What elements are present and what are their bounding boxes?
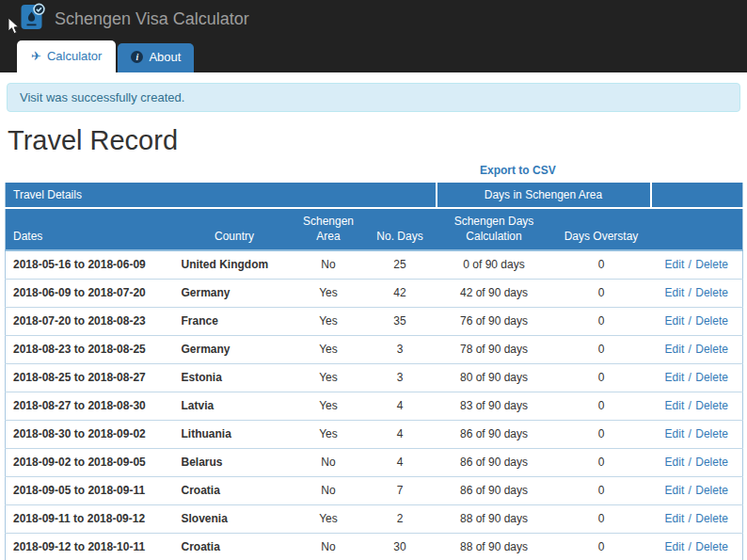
edit-link[interactable]: Edit — [665, 427, 685, 440]
cell-actions: Edit / Delete — [651, 449, 743, 477]
cell-actions: Edit / Delete — [651, 364, 743, 392]
cell-dates: 2018-08-30 to 2018-09-02 — [6, 421, 176, 449]
cell-actions: Edit / Delete — [651, 336, 743, 364]
edit-link[interactable]: Edit — [665, 399, 685, 412]
delete-link[interactable]: Delete — [695, 286, 728, 299]
edit-link[interactable]: Edit — [665, 540, 685, 553]
cell-schengen-days-calculation: 86 of 90 days — [437, 449, 552, 477]
cell-dates: 2018-08-25 to 2018-08-27 — [6, 364, 176, 392]
column-header-days-overstay: Days Overstay — [552, 208, 651, 250]
cell-schengen-days-calculation: 88 of 90 days — [437, 534, 552, 560]
cell-no-days: 25 — [364, 250, 437, 280]
delete-link[interactable]: Delete — [695, 314, 728, 328]
cell-actions: Edit / Delete — [651, 505, 743, 534]
cell-days-overstay: 0 — [552, 392, 651, 421]
mouse-cursor-icon — [8, 17, 20, 39]
action-separator: / — [688, 286, 696, 299]
delete-link[interactable]: Delete — [695, 371, 728, 384]
action-separator: / — [688, 484, 696, 497]
cell-days-overstay: 0 — [552, 421, 651, 449]
edit-link[interactable]: Edit — [665, 456, 685, 469]
table-row: 2018-09-05 to 2018-09-11 Croatia No 7 86… — [6, 477, 743, 505]
cell-no-days: 2 — [364, 505, 437, 534]
cell-days-overstay: 0 — [552, 477, 651, 505]
edit-link[interactable]: Edit — [665, 343, 685, 356]
cell-country: Belarus — [176, 449, 294, 477]
cell-schengen-days-calculation: 76 of 90 days — [437, 308, 552, 336]
navbar-brand[interactable]: Schengen Visa Calculator — [0, 3, 249, 35]
delete-link[interactable]: Delete — [695, 456, 728, 469]
app-title: Schengen Visa Calculator — [55, 9, 249, 29]
cell-dates: 2018-09-02 to 2018-09-05 — [6, 449, 176, 477]
cell-country: Latvia — [176, 392, 294, 421]
export-row: Export to CSV — [0, 164, 747, 181]
cell-days-overstay: 0 — [552, 308, 651, 336]
cell-dates: 2018-08-27 to 2018-08-30 — [6, 392, 176, 421]
cell-schengen-area: Yes — [294, 364, 364, 392]
edit-link[interactable]: Edit — [665, 286, 685, 299]
cell-days-overstay: 0 — [552, 534, 651, 560]
column-header-dates: Dates — [6, 208, 176, 250]
cell-schengen-area: Yes — [294, 308, 364, 336]
cell-days-overstay: 0 — [552, 250, 651, 280]
edit-link[interactable]: Edit — [665, 512, 685, 525]
edit-link[interactable]: Edit — [665, 314, 685, 328]
action-separator: / — [688, 456, 696, 469]
cell-dates: 2018-09-11 to 2018-09-12 — [6, 505, 176, 534]
tab-bar: ✈ Calculator i About — [0, 38, 747, 72]
delete-link[interactable]: Delete — [695, 512, 728, 525]
column-header-country: Country — [176, 208, 294, 250]
cell-actions: Edit / Delete — [651, 421, 743, 449]
delete-link[interactable]: Delete — [695, 399, 728, 412]
tab-about-label: About — [149, 50, 181, 64]
cell-actions: Edit / Delete — [651, 534, 743, 560]
delete-link[interactable]: Delete — [695, 484, 728, 497]
cell-days-overstay: 0 — [552, 336, 651, 364]
cell-country: Croatia — [176, 477, 294, 505]
success-alert: Visit was successfully created. — [7, 83, 740, 112]
table-row: 2018-06-09 to 2018-07-20 Germany Yes 42 … — [6, 280, 743, 308]
cell-schengen-area: No — [294, 250, 364, 280]
cell-schengen-area: No — [294, 477, 364, 505]
cell-country: Germany — [176, 280, 294, 308]
delete-link[interactable]: Delete — [695, 540, 728, 553]
cell-actions: Edit / Delete — [651, 308, 743, 336]
delete-link[interactable]: Delete — [695, 427, 728, 440]
cell-no-days: 4 — [364, 449, 437, 477]
page-title: Travel Record — [8, 125, 747, 156]
action-separator: / — [688, 427, 696, 440]
group-header-travel-details: Travel Details — [6, 183, 437, 208]
cell-schengen-days-calculation: 83 of 90 days — [437, 392, 552, 421]
navbar: Schengen Visa Calculator — [0, 0, 747, 38]
table-group-header-row: Travel Details Days in Schengen Area — [6, 183, 743, 208]
tab-about[interactable]: i About — [118, 43, 194, 72]
delete-link[interactable]: Delete — [695, 343, 728, 356]
edit-link[interactable]: Edit — [665, 258, 685, 271]
cell-actions: Edit / Delete — [651, 250, 743, 280]
action-separator: / — [688, 343, 696, 356]
cell-schengen-area: Yes — [294, 505, 364, 534]
edit-link[interactable]: Edit — [665, 371, 685, 384]
table-row: 2018-08-27 to 2018-08-30 Latvia Yes 4 83… — [6, 392, 743, 421]
table-column-header-row: Dates Country Schengen Area No. Days Sch… — [6, 208, 743, 250]
cell-dates: 2018-06-09 to 2018-07-20 — [6, 280, 176, 308]
delete-link[interactable]: Delete — [695, 258, 728, 271]
action-separator: / — [688, 399, 696, 412]
cell-schengen-days-calculation: 88 of 90 days — [437, 505, 552, 534]
cell-dates: 2018-07-20 to 2018-08-23 — [6, 308, 176, 336]
action-separator: / — [688, 512, 696, 525]
edit-link[interactable]: Edit — [665, 484, 685, 497]
column-header-schengen-area: Schengen Area — [294, 208, 364, 250]
column-header-actions — [651, 208, 743, 250]
cell-dates: 2018-05-16 to 2018-06-09 — [6, 250, 176, 280]
cell-actions: Edit / Delete — [651, 392, 743, 421]
table-row: 2018-09-12 to 2018-10-11 Croatia No 30 8… — [6, 534, 743, 560]
cell-days-overstay: 0 — [552, 364, 651, 392]
cell-days-overstay: 0 — [552, 505, 651, 534]
export-csv-link[interactable]: Export to CSV — [480, 164, 556, 177]
cell-no-days: 7 — [364, 477, 437, 505]
cell-schengen-area: No — [294, 449, 364, 477]
tab-calculator[interactable]: ✈ Calculator — [17, 40, 116, 72]
cell-country: United Kingdom — [176, 250, 294, 280]
cell-no-days: 3 — [364, 336, 437, 364]
